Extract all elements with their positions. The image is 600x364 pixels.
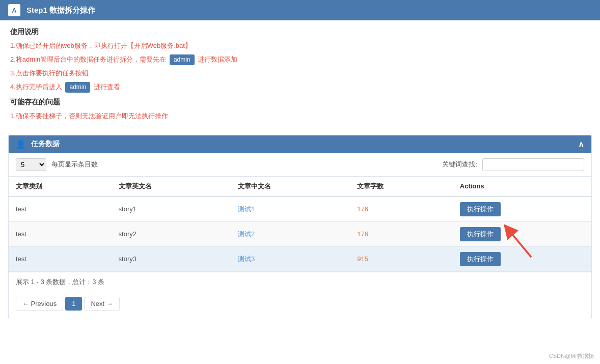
cell-cn-name-link[interactable]: 测试2: [238, 230, 255, 238]
cell-cn-name: 测试1: [231, 197, 350, 222]
per-page-select[interactable]: 5 10 25 50: [16, 158, 46, 171]
col-category: 文章类别: [9, 177, 112, 197]
per-page-label: 每页显示条目数: [51, 160, 98, 169]
cell-en-name: story2: [112, 221, 231, 246]
prev-button[interactable]: ← Previous: [16, 297, 63, 311]
execute-action-button[interactable]: 执行操作: [460, 202, 501, 216]
cell-action: 执行操作: [453, 246, 591, 271]
table-row: teststory1测试1176执行操作: [9, 197, 591, 222]
cell-words: 176: [350, 197, 453, 222]
col-cn-name: 文章中文名: [231, 177, 350, 197]
cell-cn-name: 测试2: [231, 221, 350, 246]
cell-category: test: [9, 221, 112, 246]
panel-collapse-button[interactable]: ∧: [578, 139, 584, 149]
panel-header-left: 👤 任务数据: [16, 139, 60, 149]
next-button[interactable]: Next →: [84, 297, 119, 311]
cell-action: 执行操作: [453, 221, 591, 246]
table-row: teststory2测试2176执行操作: [9, 221, 591, 246]
cell-cn-name-link[interactable]: 测试1: [238, 205, 255, 213]
search-label: 关键词查找:: [442, 160, 477, 169]
pagination: ← Previous 1 Next →: [9, 292, 591, 319]
panel-title: 任务数据: [31, 139, 60, 149]
col-en-name: 文章英文名: [112, 177, 231, 197]
cell-category: test: [9, 197, 112, 222]
cell-words: 915: [350, 246, 453, 271]
admin-badge-2[interactable]: admin: [65, 82, 90, 93]
table-header-row: 文章类别 文章英文名 文章中文名 文章字数 Actions: [9, 177, 591, 197]
panel-header: 👤 任务数据 ∧: [9, 135, 591, 153]
user-icon: 👤: [16, 139, 26, 149]
cell-en-name: story1: [112, 197, 231, 222]
summary-text: 展示 1 - 3 条数据，总计：3 条: [16, 278, 104, 286]
problems-title: 可能存在的问题: [10, 98, 590, 107]
task-data-panel: 👤 任务数据 ∧ 5 10 25 50 每页显示条目数 关键词查找: 文章类别 …: [8, 135, 592, 319]
cell-cn-name: 测试3: [231, 246, 350, 271]
header-icon: A: [8, 4, 20, 16]
cell-words: 176: [350, 221, 453, 246]
cell-action: 执行操作: [453, 197, 591, 222]
instructions-section: 使用说明 1.确保已经开启的web服务，即执行打开【开启Web服务.bat】 2…: [0, 20, 600, 130]
task-table: 文章类别 文章英文名 文章中文名 文章字数 Actions teststory1…: [9, 177, 591, 272]
instruction-2: 2.将admin管理后台中的数据任务进行拆分，需要先在 admin 进行数据添加: [10, 54, 590, 65]
admin-badge-1[interactable]: admin: [170, 54, 195, 65]
page-1-button[interactable]: 1: [65, 297, 82, 311]
table-footer: 展示 1 - 3 条数据，总计：3 条: [9, 272, 591, 292]
page-header: A Step1 数据拆分操作: [0, 0, 600, 20]
col-words: 文章字数: [350, 177, 453, 197]
instruction-1: 1.确保已经开启的web服务，即执行打开【开启Web服务.bat】: [10, 41, 590, 51]
table-row: teststory3测试3915执行操作: [9, 246, 591, 271]
cell-cn-name-link[interactable]: 测试3: [238, 255, 255, 263]
search-input[interactable]: [482, 158, 584, 171]
cell-category: test: [9, 246, 112, 271]
execute-action-button[interactable]: 执行操作: [460, 252, 501, 266]
col-actions: Actions: [453, 177, 591, 197]
cell-en-name: story3: [112, 246, 231, 271]
execute-action-button[interactable]: 执行操作: [460, 227, 501, 241]
problem-1: 1.确保不要挂梯子，否则无法验证用户即无法执行操作: [10, 111, 590, 122]
instruction-4: 4.执行完毕后进入 admin 进行查看: [10, 82, 590, 93]
instruction-3: 3.点击你要执行的任务按钮: [10, 68, 590, 79]
table-toolbar: 5 10 25 50 每页显示条目数 关键词查找:: [9, 153, 591, 177]
page-title: Step1 数据拆分操作: [26, 6, 95, 15]
usage-title: 使用说明: [10, 27, 590, 37]
